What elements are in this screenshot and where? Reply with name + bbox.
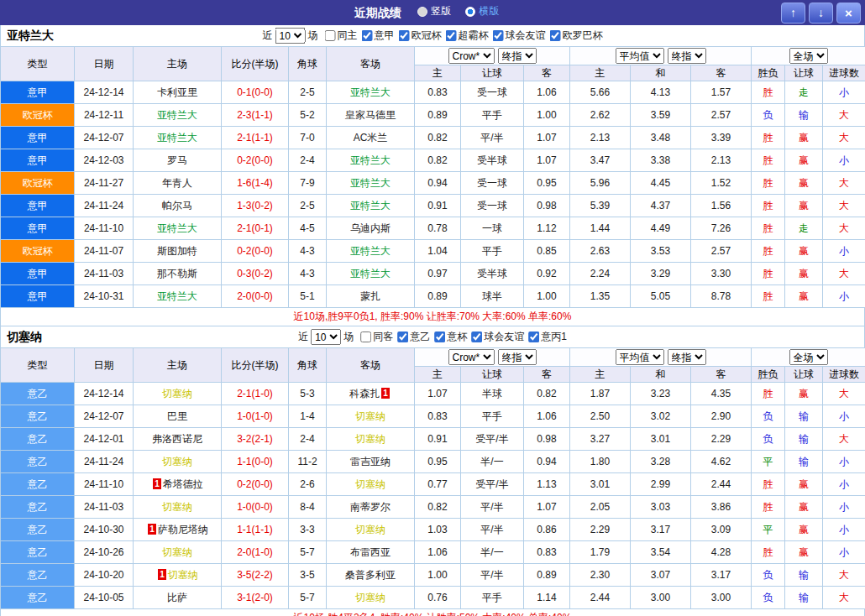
avg-time-select[interactable]: 终指	[668, 48, 706, 64]
filter-checkbox[interactable]: 欧罗巴杯	[550, 29, 603, 43]
team-section-title: 切塞纳	[1, 330, 42, 345]
filter-checkbox[interactable]: 欧冠杯	[399, 29, 442, 43]
team-link[interactable]: 切塞纳	[355, 592, 385, 603]
checkbox-input[interactable]	[528, 331, 539, 342]
checkbox-input[interactable]	[471, 331, 482, 342]
match-row: 意乙24-10-301萨勒尼塔纳1-1(1-1)3-3切塞纳1.03平/半0.8…	[1, 519, 865, 541]
scroll-up-button[interactable]: ↑	[781, 3, 805, 23]
period-select[interactable]: 全场	[789, 349, 828, 365]
bookmaker-select[interactable]: Crow*	[448, 48, 495, 64]
col-type: 类型	[1, 348, 75, 383]
team-link[interactable]: 希塔德拉	[163, 478, 203, 490]
filter-checkbox[interactable]: 意甲	[362, 29, 395, 43]
team-link[interactable]: 巴里	[167, 410, 187, 422]
team-link[interactable]: 切塞纳	[162, 546, 192, 558]
average-select[interactable]: 平均值	[616, 349, 664, 365]
team-link[interactable]: 亚特兰大	[350, 245, 391, 257]
games-count-select[interactable]: 10	[275, 28, 306, 44]
checkbox-input[interactable]	[550, 30, 561, 41]
team-link[interactable]: 萨勒尼塔纳	[158, 524, 208, 535]
odds-group-header: Crow*终指	[415, 47, 570, 65]
scroll-down-button[interactable]: ↓	[809, 3, 833, 23]
team-link[interactable]: 切塞纳	[162, 388, 192, 399]
team-link[interactable]: 帕尔马	[162, 200, 192, 211]
team-link[interactable]: 乌迪内斯	[350, 222, 391, 234]
odds-time-select[interactable]: 终指	[498, 349, 537, 365]
team-link[interactable]: 亚特兰大	[350, 268, 391, 279]
corner-score: 2-6	[289, 473, 327, 496]
team-link[interactable]: 年青人	[162, 177, 192, 189]
filter-checkbox[interactable]: 意丙1	[528, 330, 567, 344]
filter-checkbox[interactable]: 同客	[360, 330, 393, 344]
team-link[interactable]: 切塞纳	[162, 501, 192, 513]
bookmaker-select[interactable]: Crow*	[448, 349, 495, 365]
checkbox-input[interactable]	[360, 331, 371, 342]
team-link[interactable]: 比萨	[167, 592, 187, 603]
team-link[interactable]: 弗洛西诺尼	[152, 433, 202, 445]
team-link[interactable]: 亚特兰大	[350, 200, 391, 211]
games-count-select[interactable]: 10	[311, 329, 341, 345]
col-date: 日期	[75, 348, 134, 383]
odds-home: 0.82	[415, 496, 461, 519]
away-team-cell: 科森扎1	[327, 383, 415, 405]
filter-checkbox[interactable]: 球会友谊	[493, 29, 546, 43]
filter-checkbox[interactable]: 球会友谊	[471, 330, 524, 344]
home-team-cell: 切塞纳	[134, 496, 222, 519]
filter-checkbox[interactable]: 意乙	[397, 330, 430, 344]
team-link[interactable]: 切塞纳	[168, 569, 198, 581]
checkbox-input[interactable]	[362, 30, 373, 41]
team-link[interactable]: 切塞纳	[355, 524, 385, 535]
team-link[interactable]: 雷吉亚纳	[350, 456, 391, 467]
checkbox-input[interactable]	[325, 30, 336, 41]
page-title: 近期战绩	[354, 6, 401, 19]
period-select[interactable]: 全场	[789, 48, 828, 64]
team-link[interactable]: 南蒂罗尔	[350, 501, 391, 513]
checkbox-input[interactable]	[434, 331, 445, 342]
avg-time-select[interactable]: 终指	[668, 349, 706, 365]
checkbox-input[interactable]	[446, 30, 457, 41]
avg-home: 2.24	[570, 263, 631, 285]
team-link[interactable]: 亚特兰大	[157, 109, 197, 121]
layout-radio-horizontal[interactable]: 横版	[465, 4, 499, 18]
avg-draw: 3.07	[631, 564, 691, 587]
team-link[interactable]: 亚特兰大	[350, 86, 391, 98]
odds-time-select[interactable]: 终指	[498, 48, 537, 64]
team-link[interactable]: 亚特兰大	[157, 222, 197, 234]
team-link[interactable]: 切塞纳	[355, 433, 385, 445]
team-link[interactable]: 卡利亚里	[157, 86, 197, 98]
sub-goals: 进球数	[823, 367, 865, 383]
match-score: 0-2(0-0)	[222, 149, 289, 172]
team-link[interactable]: 皇家马德里	[345, 109, 396, 121]
team-link[interactable]: 亚特兰大	[157, 132, 197, 144]
team-link[interactable]: 切塞纳	[355, 478, 385, 490]
team-link[interactable]: 罗马	[167, 154, 187, 166]
team-link[interactable]: 亚特兰大	[350, 154, 391, 166]
team-link[interactable]: 桑普多利亚	[345, 569, 396, 581]
checkbox-input[interactable]	[493, 30, 504, 41]
close-button[interactable]: ×	[836, 3, 861, 23]
team-link[interactable]: AC米兰	[354, 132, 388, 144]
team-link[interactable]: 布雷西亚	[350, 546, 391, 558]
filter-checkbox[interactable]: 超霸杯	[446, 29, 489, 43]
filter-checkbox-label: 同主	[338, 29, 358, 43]
team-link[interactable]: 斯图加特	[157, 245, 197, 257]
team-link[interactable]: 科森扎	[349, 388, 380, 399]
checkbox-input[interactable]	[399, 30, 410, 41]
team-link[interactable]: 蒙扎	[360, 290, 380, 302]
goals-cell: 大	[823, 263, 865, 285]
team-link[interactable]: 切塞纳	[162, 456, 192, 467]
team-link[interactable]: 那不勒斯	[157, 268, 197, 279]
team-link[interactable]: 亚特兰大	[350, 177, 391, 189]
checkbox-input[interactable]	[397, 331, 408, 342]
layout-radio-vertical[interactable]: 竖版	[417, 4, 451, 18]
filter-checkbox[interactable]: 意杯	[434, 330, 467, 344]
team-link[interactable]: 切塞纳	[355, 410, 385, 422]
match-score: 1-1(0-0)	[222, 451, 289, 473]
average-select[interactable]: 平均值	[616, 48, 664, 64]
filter-checkbox[interactable]: 同主	[325, 29, 358, 43]
match-row: 意甲24-12-07亚特兰大2-1(1-1)7-0AC米兰0.82平/半1.07…	[1, 127, 865, 149]
avg-draw: 3.48	[631, 127, 691, 149]
match-score: 0-2(0-0)	[222, 240, 289, 263]
team-link[interactable]: 亚特兰大	[157, 290, 197, 302]
goals-cell: 大	[823, 172, 865, 195]
